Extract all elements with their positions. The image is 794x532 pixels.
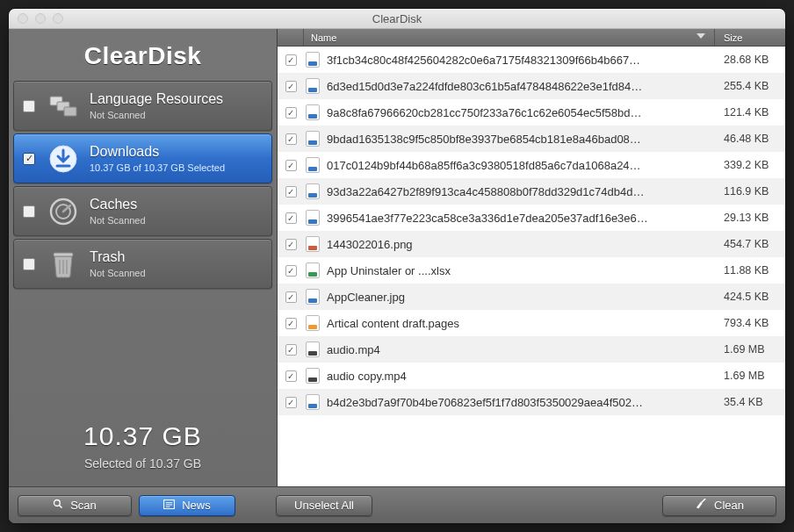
category-list: Language ResourcesNot Scanned✓Downloads1… bbox=[9, 81, 277, 289]
file-size: 11.88 KB bbox=[715, 264, 785, 277]
file-name: 3996541ae3f77e223ca58ce3a336d1e7dea205e3… bbox=[327, 212, 715, 225]
file-size: 116.9 KB bbox=[715, 185, 785, 198]
file-type-pages-icon bbox=[304, 314, 321, 332]
close-window-button[interactable] bbox=[18, 13, 28, 24]
table-row[interactable]: ✓6d3ed15d0d3e7a224fdfde803c61b5af4784848… bbox=[278, 73, 785, 99]
row-checkbox[interactable]: ✓ bbox=[278, 186, 304, 198]
table-row[interactable]: ✓AppCleaner.jpg424.5 KB bbox=[278, 284, 785, 310]
svg-line-13 bbox=[60, 506, 62, 508]
row-checkbox[interactable]: ✓ bbox=[278, 265, 304, 277]
scan-button[interactable]: Scan bbox=[18, 495, 132, 516]
row-checkbox[interactable]: ✓ bbox=[278, 239, 304, 250]
category-checkbox[interactable] bbox=[23, 205, 35, 218]
header-size-label: Size bbox=[724, 32, 742, 43]
file-size: 1.69 MB bbox=[715, 370, 785, 382]
category-downloads[interactable]: ✓Downloads10.37 GB of 10.37 GB Selected bbox=[13, 133, 272, 183]
table-row[interactable]: ✓3f1cb34c80c48f425604282c0e6a7175f483213… bbox=[278, 47, 785, 73]
file-name: 1443022016.png bbox=[327, 238, 715, 251]
file-name: audio.mp4 bbox=[327, 343, 715, 356]
unselect-all-button[interactable]: Unselect All bbox=[276, 495, 372, 516]
selected-size-sub: Selected of 10.37 GB bbox=[9, 457, 277, 471]
category-trash[interactable]: TrashNot Scanned bbox=[13, 239, 272, 289]
category-checkbox[interactable] bbox=[23, 258, 35, 270]
table-row[interactable]: ✓b4d2e3bd7a9f70b4be706823ef5f1f7d803f535… bbox=[278, 389, 785, 415]
row-checkbox[interactable]: ✓ bbox=[278, 344, 304, 356]
row-checkbox[interactable]: ✓ bbox=[278, 81, 304, 92]
download-icon bbox=[46, 141, 81, 176]
news-button[interactable]: News bbox=[139, 495, 235, 516]
news-label: News bbox=[182, 499, 211, 512]
file-type-jpg-icon bbox=[304, 288, 321, 306]
file-size: 424.5 KB bbox=[715, 291, 785, 303]
category-caches[interactable]: CachesNot Scanned bbox=[13, 186, 272, 236]
content-area: ClearDisk Language ResourcesNot Scanned✓… bbox=[9, 29, 785, 486]
minimize-window-button[interactable] bbox=[35, 13, 46, 24]
row-checkbox[interactable]: ✓ bbox=[278, 291, 304, 303]
file-size: 29.13 KB bbox=[715, 212, 785, 224]
clean-button[interactable]: Clean bbox=[662, 495, 776, 516]
file-rows: ✓3f1cb34c80c48f425604282c0e6a7175f483213… bbox=[278, 47, 785, 486]
header-checkbox-col[interactable] bbox=[278, 29, 304, 46]
window-title: ClearDisk bbox=[9, 12, 785, 25]
app-title: ClearDisk bbox=[9, 29, 277, 81]
gauge-icon bbox=[46, 194, 81, 229]
category-title: Language Resources bbox=[90, 90, 223, 107]
trash-icon bbox=[46, 247, 81, 282]
table-row[interactable]: ✓3996541ae3f77e223ca58ce3a336d1e7dea205e… bbox=[278, 205, 785, 231]
row-checkbox[interactable]: ✓ bbox=[278, 212, 304, 224]
table-row[interactable]: ✓9bdad1635138c9f5c850bf8e3937be6854cb181… bbox=[278, 126, 785, 152]
category-checkbox[interactable] bbox=[23, 100, 35, 112]
bottom-toolbar: Scan News Unselect All Clean bbox=[9, 486, 785, 523]
file-type-jpeg-icon bbox=[304, 51, 321, 68]
header-size-col[interactable]: Size bbox=[715, 29, 785, 46]
file-type-mp4-icon bbox=[304, 341, 321, 358]
category-subtitle: Not Scanned bbox=[90, 268, 146, 279]
file-name: AppCleaner.jpg bbox=[327, 291, 715, 304]
selection-summary: 10.37 GB Selected of 10.37 GB bbox=[9, 421, 277, 486]
file-type-jpeg-icon bbox=[304, 393, 321, 411]
svg-rect-2 bbox=[64, 107, 76, 116]
table-row[interactable]: ✓93d3a22a6427b2f89f913ca4c458808b0f78dd3… bbox=[278, 178, 785, 205]
table-row[interactable]: ✓audio.mp41.69 MB bbox=[278, 336, 785, 363]
table-row[interactable]: ✓9a8c8fa67966620cb281cc750f233a76c1c62e6… bbox=[278, 99, 785, 126]
file-name: audio copy.mp4 bbox=[327, 370, 715, 383]
file-area: Name Size ✓3f1cb34c80c48f425604282c0e6a7… bbox=[278, 29, 785, 486]
table-row[interactable]: ✓017c0124b9bf44b68a85ff6a3c9380518fd85a6… bbox=[278, 152, 785, 178]
header-name-col[interactable]: Name bbox=[304, 29, 715, 46]
category-language-resources[interactable]: Language ResourcesNot Scanned bbox=[13, 81, 272, 131]
row-checkbox[interactable]: ✓ bbox=[278, 133, 304, 145]
titlebar[interactable]: ClearDisk bbox=[9, 9, 785, 29]
svg-rect-8 bbox=[54, 253, 73, 256]
file-table-header: Name Size bbox=[278, 29, 785, 47]
file-name: 3f1cb34c80c48f425604282c0e6a7175f4832130… bbox=[327, 54, 715, 67]
category-checkbox[interactable]: ✓ bbox=[23, 153, 35, 165]
sort-descending-icon bbox=[697, 33, 705, 39]
table-row[interactable]: ✓audio copy.mp41.69 MB bbox=[278, 363, 785, 389]
row-checkbox[interactable]: ✓ bbox=[278, 160, 304, 171]
file-name: 017c0124b9bf44b68a85ff6a3c9380518fd85a6c… bbox=[327, 159, 715, 172]
file-type-jpeg-icon bbox=[304, 156, 321, 174]
row-checkbox[interactable]: ✓ bbox=[278, 370, 304, 382]
category-title: Trash bbox=[90, 248, 146, 265]
file-name: 93d3a22a6427b2f89f913ca4c458808b0f78dd32… bbox=[327, 185, 715, 198]
row-checkbox[interactable]: ✓ bbox=[278, 397, 304, 408]
file-size: 793.4 KB bbox=[715, 317, 785, 329]
zoom-window-button[interactable] bbox=[53, 13, 63, 24]
file-size: 28.68 KB bbox=[715, 54, 785, 66]
file-name: b4d2e3bd7a9f70b4be706823ef5f1f7d803f5350… bbox=[327, 396, 715, 409]
flags-icon bbox=[46, 89, 81, 124]
selected-size: 10.37 GB bbox=[9, 421, 277, 451]
file-type-jpeg-icon bbox=[304, 183, 321, 200]
category-title: Caches bbox=[90, 196, 146, 212]
row-checkbox[interactable]: ✓ bbox=[278, 107, 304, 119]
svg-point-12 bbox=[54, 500, 61, 507]
table-row[interactable]: ✓1443022016.png454.7 KB bbox=[278, 231, 785, 257]
table-row[interactable]: ✓App Uninstaler or ....xlsx11.88 KB bbox=[278, 257, 785, 284]
row-checkbox[interactable]: ✓ bbox=[278, 318, 304, 329]
file-size: 454.7 KB bbox=[715, 238, 785, 250]
clean-label: Clean bbox=[714, 499, 744, 512]
row-checkbox[interactable]: ✓ bbox=[278, 54, 304, 66]
file-type-xlsx-icon bbox=[304, 262, 321, 279]
table-row[interactable]: ✓Artical content draft.pages793.4 KB bbox=[278, 310, 785, 336]
news-icon bbox=[163, 500, 175, 512]
